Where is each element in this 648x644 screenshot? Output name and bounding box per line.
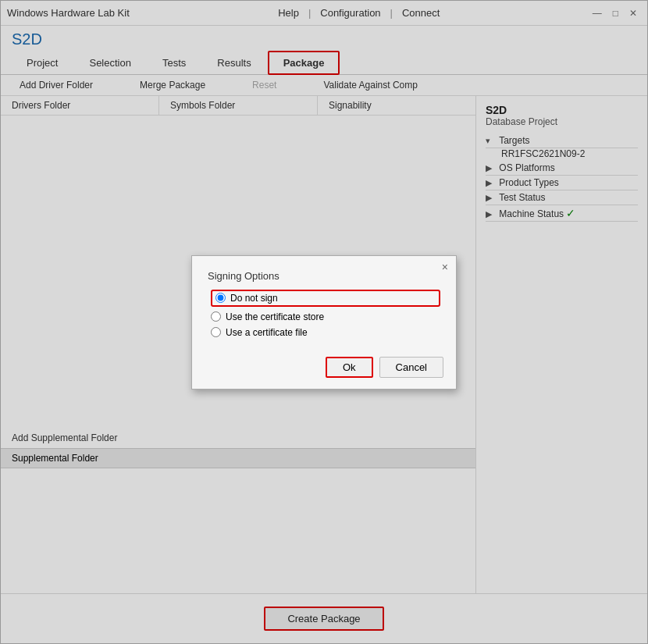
radio-use-cert-store[interactable]: Use the certificate store xyxy=(211,311,440,322)
ok-button[interactable]: Ok xyxy=(326,357,373,378)
radio-use-cert-file[interactable]: Use a certificate file xyxy=(211,327,440,338)
modal-overlay: × Signing Options Do not sign Use the ce… xyxy=(1,1,647,643)
signing-options-dialog: × Signing Options Do not sign Use the ce… xyxy=(191,255,457,390)
radio-do-not-sign[interactable]: Do not sign xyxy=(211,290,440,307)
radio-do-not-sign-label: Do not sign xyxy=(230,293,278,304)
cancel-button[interactable]: Cancel xyxy=(379,357,443,378)
modal-footer: Ok Cancel xyxy=(192,349,456,389)
radio-do-not-sign-input[interactable] xyxy=(215,293,226,303)
radio-use-cert-file-label: Use a certificate file xyxy=(226,327,308,338)
modal-body: Signing Options Do not sign Use the cert… xyxy=(192,256,456,349)
modal-close-button[interactable]: × xyxy=(442,261,448,273)
modal-title: Signing Options xyxy=(208,270,440,282)
radio-use-cert-store-label: Use the certificate store xyxy=(226,311,324,322)
signing-options-group: Do not sign Use the certificate store Us… xyxy=(211,290,440,338)
radio-use-cert-store-input[interactable] xyxy=(211,311,221,322)
main-window: Windows Hardware Lab Kit Help | Configur… xyxy=(0,0,648,644)
radio-use-cert-file-input[interactable] xyxy=(211,327,221,337)
